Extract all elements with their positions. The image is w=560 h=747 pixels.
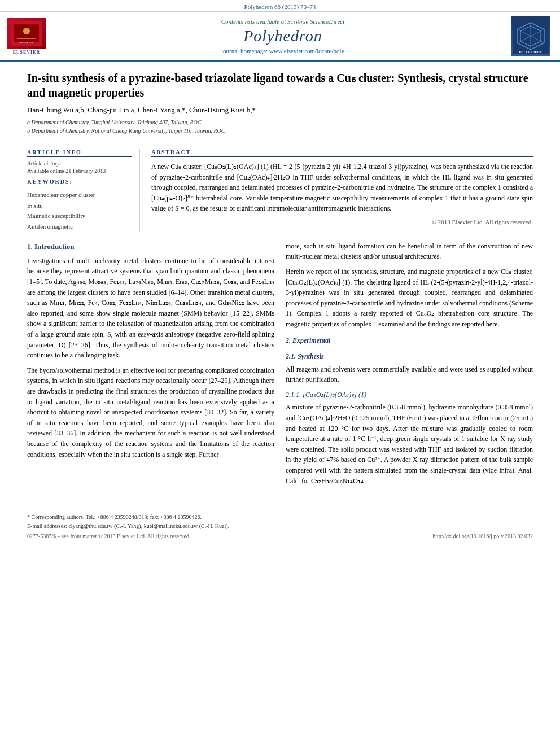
journal-citation: Polyhedron 66 (2013) 70–74 [244, 3, 316, 10]
abstract-text: A new Cu₆ cluster, [Cu₆O₂(L)₂(OAc)₈] (1)… [151, 161, 533, 214]
history-label: Article history: [27, 160, 132, 167]
authors-line: Han-Chung Wu a,b, Chang-jui Lin a, Chen-… [27, 106, 533, 115]
journal-title-block: Contents lists available at SciVerse Sci… [63, 16, 502, 56]
footer-issn: 0277-5387/$ – see front matter © 2013 El… [27, 533, 190, 539]
article-info-panel: ARTICLE INFO Article history: Available … [27, 149, 140, 232]
available-online: Available online 21 February 2013 [27, 168, 132, 174]
affiliations: a Department of Chemistry, Tunghai Unive… [27, 118, 533, 135]
experimental-heading: 2. Experimental [286, 335, 533, 346]
sciverse-name: SciVerse ScienceDirect [287, 18, 344, 25]
right-p2: Herein we report of the synthesis, struc… [286, 267, 533, 330]
keywords-heading: Keywords: [27, 178, 132, 186]
svg-text:ELSEVIER: ELSEVIER [19, 41, 34, 44]
article-title: In-situ synthesis of a pyrazine-based tr… [27, 71, 533, 100]
journal-homepage: journal homepage: www.elsevier.com/locat… [221, 47, 344, 54]
intro-heading: 1. Introduction [27, 241, 274, 252]
footer-bottom: 0277-5387/$ – see front matter © 2013 El… [27, 533, 533, 539]
synthesis-text: All reagents and solvents were commercia… [286, 364, 533, 385]
affiliation-b: b Department of Chemistry, National Chen… [27, 126, 533, 135]
divider [27, 143, 533, 143]
top-journal-bar: Polyhedron 66 (2013) 70–74 [0, 0, 560, 12]
elsevier-logo-image: ELSEVIER [7, 18, 46, 49]
keyword-1: Hexanuclear copper cluster [27, 190, 132, 200]
intro-p2: The hydro/solvothermal method is an effe… [27, 365, 274, 460]
compound-heading: 2.1.1. [Cu₆O₂(L)₂(OAc)₈] (1) [286, 390, 533, 400]
affiliation-a: a Department of Chemistry, Tunghai Unive… [27, 118, 533, 126]
keyword-2: In situ [27, 200, 132, 211]
elsevier-logo: ELSEVIER ELSEVIER [7, 18, 46, 55]
body-left-column: 1. Introduction Investigations of multi-… [27, 241, 274, 491]
intro-p1: Investigations of multi-nuclearity metal… [27, 256, 274, 361]
body-right-column: more, such in situ ligand formation can … [286, 241, 533, 491]
journal-header: ELSEVIER ELSEVIER Contents lists availab… [0, 12, 560, 62]
svg-text:POLYHEDRON: POLYHEDRON [519, 51, 542, 54]
svg-point-2 [23, 28, 30, 34]
copyright-line: © 2013 Elsevier Ltd. All rights reserved… [151, 219, 533, 225]
keywords-section: Keywords: Hexanuclear copper cluster In … [27, 178, 132, 232]
keywords-list: Hexanuclear copper cluster In situ Magne… [27, 190, 132, 232]
footnote-email: E-mail addresses: ciyang@thu.edu.tw (C.-… [27, 522, 533, 531]
polyhedron-badge: POLYHEDRON [511, 16, 550, 56]
abstract-heading: ABSTRACT [151, 149, 533, 157]
svg-rect-3 [18, 38, 36, 39]
compound-text: A mixture of pyrazine-2-carbonitrile (0.… [286, 402, 533, 486]
sciverse-link: Contents lists available at SciVerse Sci… [221, 18, 345, 25]
right-p1: more, such in situ ligand formation can … [286, 241, 533, 262]
article-info-heading: ARTICLE INFO [27, 149, 132, 157]
footer: * Corresponding authors. Tel.: +886 4 23… [0, 508, 560, 544]
keyword-3: Magnetic susceptibility [27, 211, 132, 221]
authors-text: Han-Chung Wu a,b, Chang-jui Lin a, Chen-… [27, 106, 256, 114]
body-columns: 1. Introduction Investigations of multi-… [27, 241, 533, 491]
main-content: In-situ synthesis of a pyrazine-based tr… [0, 62, 560, 502]
abstract-section: ABSTRACT A new Cu₆ cluster, [Cu₆O₂(L)₂(O… [151, 149, 533, 232]
journal-name: Polyhedron [243, 27, 322, 45]
article-meta-row: ARTICLE INFO Article history: Available … [27, 149, 533, 232]
elsevier-logo-container: ELSEVIER ELSEVIER [7, 16, 58, 56]
synthesis-heading: 2.1. Synthesis [286, 351, 533, 362]
keyword-4: Antiferromagnetic [27, 221, 132, 232]
elsevier-wordmark: ELSEVIER [13, 50, 40, 55]
footnote: * Corresponding authors. Tel.: +886 4 23… [27, 513, 533, 531]
footnote-line1: * Corresponding authors. Tel.: +886 4 23… [27, 513, 533, 522]
footer-doi: http://dx.doi.org/10.1016/j.poly.2013.02… [432, 533, 533, 539]
journal-badge-container: POLYHEDRON [508, 16, 553, 56]
